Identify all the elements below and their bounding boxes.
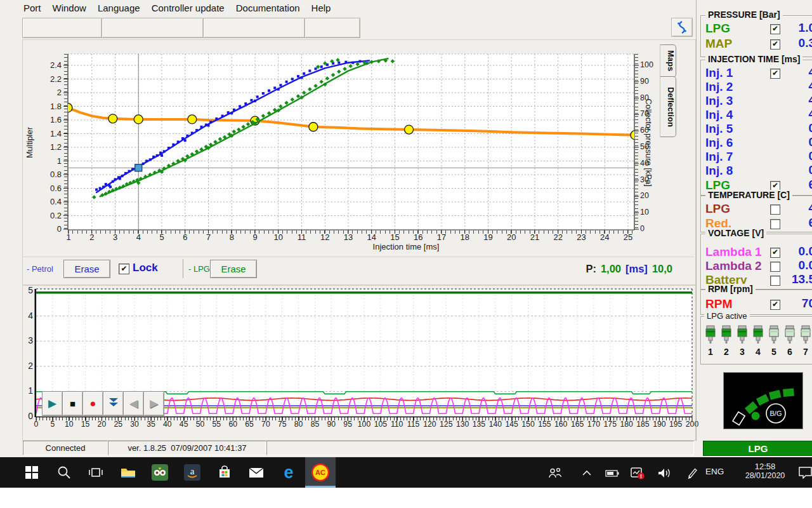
svg-text:B/G: B/G <box>770 410 782 417</box>
menu-item-port[interactable]: Port <box>18 1 47 15</box>
toolbar-button-1[interactable] <box>22 18 102 38</box>
x-tick-label: 12 <box>315 232 334 242</box>
scope-x-tick-label: 35 <box>143 420 159 429</box>
reading-label-lambda1: Lambda 1 <box>705 245 762 259</box>
tab-maps[interactable]: Maps <box>660 44 676 77</box>
tray-icon-volume[interactable] <box>655 466 674 480</box>
interface-icon-button[interactable] <box>671 18 693 37</box>
taskbar-icon-amazon[interactable]: a <box>177 457 207 488</box>
tray-icon-pen[interactable] <box>683 466 702 480</box>
checkbox-battery[interactable] <box>770 276 780 286</box>
scope-x-tick-label: 5 <box>44 420 61 429</box>
taskbar-icon-search[interactable] <box>49 457 79 488</box>
checkbox-lpg[interactable] <box>770 204 780 215</box>
y2-tick-label: 30 <box>640 175 658 184</box>
jump-down-icon <box>108 398 119 410</box>
app-alert-icon: ! <box>630 466 645 480</box>
taskbar-icon-task-view[interactable] <box>81 457 111 488</box>
action-center-icon[interactable] <box>798 466 812 481</box>
toolbar-button-2[interactable] <box>102 18 204 38</box>
menu-item-window[interactable]: Window <box>47 1 92 15</box>
lock-checkbox[interactable]: ✔ <box>119 264 129 274</box>
step-back-button[interactable]: ◀ <box>123 391 144 416</box>
y-tick-label: 1.6 <box>38 115 62 124</box>
taskbar-icon-mail[interactable] <box>241 457 272 488</box>
taskbar-icon-start[interactable] <box>16 457 47 488</box>
scope-x-tick-label: 150 <box>520 420 537 429</box>
toolbar-button-3[interactable] <box>203 18 305 38</box>
taskbar-icon-edge[interactable]: e <box>273 457 304 488</box>
scope-x-tick-label: 130 <box>454 420 471 429</box>
scope-x-tick-label: 195 <box>667 420 684 429</box>
x-tick-label: 7 <box>199 232 218 242</box>
y2-tick-label: 10 <box>640 208 658 217</box>
calibration-plot-area[interactable] <box>68 54 634 230</box>
injector-icon-1 <box>704 325 717 344</box>
checkbox-lpg[interactable]: ✔ <box>770 24 780 34</box>
checkbox-rpm[interactable]: ✔ <box>770 300 780 310</box>
checkbox-inj1[interactable]: ✔ <box>770 69 780 79</box>
y2-tick-label: 100 <box>640 60 658 69</box>
lpg-active-title: LPG active <box>704 311 750 321</box>
toolbar-button-4[interactable] <box>304 18 360 38</box>
reading-value-inj5: 0 <box>808 121 812 135</box>
p-value: 1,00 <box>601 263 621 275</box>
injector-icon-2 <box>720 325 733 344</box>
tray-icon-app-alert[interactable]: ! <box>628 466 647 480</box>
injector-icon-5 <box>768 325 780 344</box>
reading-label-inj3: Inj. 3 <box>705 94 733 108</box>
clock[interactable]: 12:58 28/01/2020 <box>736 462 794 480</box>
taskbar-icon-file-explorer[interactable] <box>113 457 143 488</box>
status-panel-connection: Connected <box>23 441 108 455</box>
language-indicator[interactable]: ENG <box>705 467 724 476</box>
start-icon <box>25 465 39 479</box>
tab-deflection[interactable]: Deflection <box>660 76 676 137</box>
section-title: INJECTION TIME [ms] <box>705 54 802 64</box>
menu-item-language[interactable]: Language <box>92 1 146 15</box>
scope-x-tick-label: 145 <box>504 420 520 429</box>
lpg-series-label: - LPG <box>188 264 210 274</box>
tray-icon-chevron-up[interactable] <box>577 466 596 480</box>
jump-down-button[interactable] <box>103 391 124 416</box>
erase-lpg-button[interactable]: Erase <box>210 260 257 278</box>
reading-value-inj1: 4 <box>808 65 812 79</box>
status-panel-version: ver. 1.8.25 07/09/2007 10:41:37 <box>108 441 266 455</box>
x-tick-label: 20 <box>502 232 521 242</box>
menu-item-help[interactable]: Help <box>306 1 337 15</box>
checkbox-red[interactable] <box>770 219 780 229</box>
scope-x-tick-label: 75 <box>274 420 291 429</box>
scope-x-tick-label: 30 <box>126 420 143 429</box>
reading-label-inj1: Inj. 1 <box>705 66 733 80</box>
menu-item-controller-update[interactable]: Controller update <box>146 1 230 15</box>
app-screen: PortWindowLanguageController updateDocum… <box>0 0 812 508</box>
stop-button[interactable]: ■ <box>62 391 83 416</box>
step-forward-button[interactable]: ▶ <box>143 391 164 416</box>
record-button[interactable]: ● <box>82 391 103 416</box>
taskbar-icon-store[interactable] <box>209 457 240 488</box>
tray-icon-people[interactable] <box>546 466 565 480</box>
tray-icon-battery[interactable] <box>603 466 622 480</box>
section-title: PRESSURE [Bar] <box>705 10 783 20</box>
x-tick-label: 2 <box>82 232 102 242</box>
taskbar-icon-tripadvisor[interactable] <box>145 457 175 488</box>
menu-item-documentation[interactable]: Documentation <box>230 1 306 15</box>
reading-label-inj7: Inj. 7 <box>705 150 733 164</box>
checkbox-lambda2[interactable] <box>770 262 780 272</box>
pressure-readout: P: 1,00 [ms] 10,0 <box>558 263 672 275</box>
checkbox-lambda1[interactable]: ✔ <box>770 248 780 258</box>
x-tick-label: 19 <box>479 232 498 242</box>
controls-separator <box>183 259 183 278</box>
mail-icon <box>248 465 265 479</box>
x-tick-label: 1 <box>59 232 78 242</box>
y2-tick-label: 0 <box>640 224 658 233</box>
reading-value-rpm: 70 <box>802 297 812 311</box>
play-button[interactable]: ▶ <box>42 391 63 416</box>
checkbox-map[interactable]: ✔ <box>770 39 780 50</box>
x-tick-label: 14 <box>362 232 381 242</box>
injector-icon-3 <box>736 325 749 344</box>
y2-minor-ticks <box>635 54 638 230</box>
erase-petrol-button[interactable]: Erase <box>63 260 110 278</box>
x-tick-label: 15 <box>386 232 405 242</box>
taskbar-icon-ac-gas-app[interactable]: AC <box>305 457 336 488</box>
x-tick-label: 24 <box>595 232 614 242</box>
